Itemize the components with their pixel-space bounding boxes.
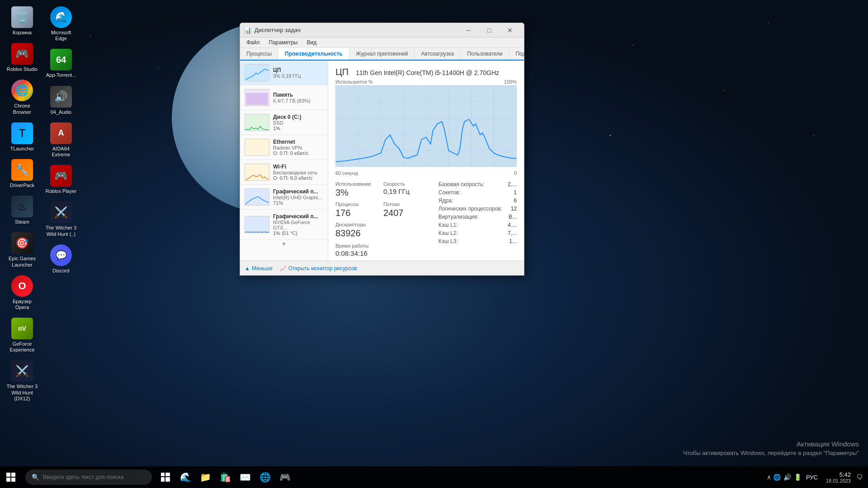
epic-games-label: Epic Games Launcher	[6, 256, 38, 267]
memory-name: Память	[273, 92, 323, 98]
desktop-icon-driverpack[interactable]: 🔧 DriverPack	[5, 157, 40, 190]
tray-overflow-button[interactable]: ∧	[767, 474, 771, 481]
sidebar-item-wifi[interactable]: Wi-Fi Беспроводная сеть О: 0 П: 8,0 кбит…	[240, 160, 328, 185]
wifi-name: Wi-Fi	[273, 164, 323, 170]
task-manager-title: Диспетчер задач	[255, 27, 458, 33]
svg-rect-24	[161, 473, 165, 476]
tray-language[interactable]: РУС	[803, 474, 821, 481]
cpu-name: ЦП	[273, 67, 323, 73]
notification-button[interactable]: 🗨	[856, 474, 863, 481]
usage-label: Использование	[335, 181, 382, 187]
monitor-icon: 📈	[280, 265, 287, 272]
sidebar-scroll-down[interactable]: ▼	[240, 240, 328, 248]
minimize-button[interactable]: ─	[458, 23, 479, 38]
clock-date: 18.01.2023	[826, 478, 851, 483]
taskbar-app-unknown2[interactable]: 🎮	[275, 467, 295, 487]
sidebar-item-memory[interactable]: Память 6,4/7,7 ГБ (83%)	[240, 85, 328, 110]
chart-x-right: 0	[514, 170, 517, 176]
desktop-icon-audio[interactable]: 🔊 04_Audio	[43, 84, 79, 117]
start-button[interactable]	[0, 466, 22, 488]
chrome-label: Chrone Browser	[6, 103, 38, 115]
desktop-icon-opera[interactable]: O Браузер Opera	[5, 273, 40, 312]
sidebar-item-disk[interactable]: Диск 0 (С:) SSD 1%	[240, 110, 328, 135]
svg-rect-20	[6, 473, 10, 477]
tab-users[interactable]: Пользователи	[461, 48, 509, 60]
unknown2-taskbar-icon: 🎮	[279, 472, 291, 483]
gpu1-name: Графический п...	[273, 188, 323, 195]
desktop-icon-aida64[interactable]: A AIDA64 Extreme	[43, 121, 79, 160]
gpu1-mini-graph	[245, 188, 269, 206]
disk-name: Диск 0 (С:)	[273, 114, 323, 120]
sidebar-item-gpu2[interactable]: Графический п... NVIDIA GeForce GTX... 1…	[240, 210, 328, 240]
geforce-label: GeForce Experience	[6, 341, 38, 353]
processes-label: Процессы	[335, 202, 382, 207]
taskbar-app-explorer[interactable]: 📁	[195, 467, 215, 487]
tab-processes[interactable]: Процессы	[240, 48, 278, 60]
taskbar-app-mail[interactable]: ✉️	[235, 467, 255, 487]
sidebar-item-gpu1[interactable]: Графический п... Intel(R) UHD Graphi... …	[240, 185, 328, 210]
wifi-value: О: 0 П: 8,0 кбит/с	[273, 175, 323, 181]
logical-key: Логических процессоров:	[439, 206, 502, 212]
menu-view[interactable]: Вид	[302, 38, 321, 47]
desktop-icon-ms-edge[interactable]: 🌊 Microsoft Edge	[43, 5, 79, 43]
sidebar-item-ethernet[interactable]: Ethernet Radmin VPN О: 0 П: 0 кбит/с	[240, 135, 328, 160]
desktop-icon-apptorrent[interactable]: 64 App-Torrent...	[43, 47, 79, 80]
chart-x-label: 60 секунд	[335, 170, 358, 176]
info-cache-l1: Кэш L1: 4....	[439, 222, 517, 228]
menu-params[interactable]: Параметры	[264, 38, 302, 47]
tab-performance[interactable]: Производительность	[278, 48, 349, 61]
desktop-icon-geforce[interactable]: nV GeForce Experience	[5, 316, 40, 355]
maximize-button[interactable]: □	[479, 23, 500, 38]
desktop-icon-discord[interactable]: 💬 Discord	[43, 243, 79, 276]
tab-startup[interactable]: Автозагрузка	[415, 48, 461, 60]
tray-icons: 🌐 🔊 🔋	[773, 474, 802, 481]
base-speed-val: 2,...	[508, 181, 517, 188]
open-resource-monitor-button[interactable]: 📈 Открыть монитор ресурсов	[280, 265, 357, 272]
tray-battery-icon[interactable]: 🔋	[794, 474, 802, 481]
tab-app-history[interactable]: Журнал приложений	[349, 48, 415, 60]
opera-label: Браузер Opera	[6, 299, 38, 310]
desktop-icon-roblox-studio[interactable]: 🎮 Roblox Studio	[5, 41, 40, 74]
close-button[interactable]: ✕	[500, 23, 520, 38]
system-clock[interactable]: 5:42 18.01.2023	[822, 471, 854, 483]
witcher2-icon: ⚔️	[50, 202, 72, 223]
desktop-icon-recycle-bin[interactable]: 🗑️ Корзина	[5, 5, 40, 38]
gpu1-value: 71%	[273, 200, 323, 206]
desktop-icon-chrome[interactable]: 🌐 Chrone Browser	[5, 78, 40, 117]
tray-volume-icon[interactable]: 🔊	[783, 474, 791, 481]
windows-logo-icon	[6, 473, 15, 482]
menu-file[interactable]: Файл	[242, 38, 264, 47]
desktop-icon-witcher[interactable]: ⚔️ The Witcher 3 Wild Hunt (DX12)	[5, 358, 40, 404]
ethernet-info: Ethernet Radmin VPN О: 0 П: 0 кбит/с	[273, 139, 323, 156]
less-icon: ▲	[245, 265, 250, 272]
desktop-icon-steam[interactable]: ♨ Steam	[5, 194, 40, 227]
wifi-sub: Беспроводная сеть	[273, 170, 323, 175]
memory-mini-graph	[245, 89, 269, 106]
desktop-icon-roblox-player[interactable]: 🎮 Roblox Player	[43, 163, 79, 196]
tab-details[interactable]: Подробности	[509, 48, 524, 60]
cache-l1-key: Кэш L1:	[439, 222, 458, 228]
svg-rect-3	[245, 114, 269, 131]
audio-label: 04_Audio	[51, 109, 72, 115]
taskbar-app-store[interactable]: 🛍️	[215, 467, 235, 487]
recycle-bin-icon: 🗑️	[11, 6, 33, 28]
opera-icon: O	[11, 275, 33, 297]
taskbar-search[interactable]: 🔍	[25, 469, 152, 485]
task-manager-icon: 📊	[244, 27, 251, 34]
taskbar-app-unknown1[interactable]: 🌐	[255, 467, 275, 487]
taskbar-task-view[interactable]	[156, 467, 175, 487]
taskbar-app-edge[interactable]: 🌊	[175, 467, 195, 487]
desktop-icon-tlauncher[interactable]: T TLauncher	[5, 121, 40, 154]
sidebar-item-cpu[interactable]: ЦП 3% 0,19 ГГц	[240, 61, 328, 85]
desktop-icon-witcher2[interactable]: ⚔️ The Witcher 3 Wild Hunt (..)	[43, 200, 79, 239]
gpu2-mini-graph	[245, 216, 269, 233]
desktop-icon-epic-games[interactable]: 🎯 Epic Games Launcher	[5, 230, 40, 269]
svg-rect-2	[246, 93, 268, 105]
aida64-icon: A	[50, 122, 72, 144]
search-input[interactable]	[43, 474, 146, 480]
cpu-chart	[335, 85, 517, 167]
info-logical: Логических процессоров: 12	[439, 206, 517, 212]
cache-l2-val: 7,...	[508, 230, 517, 236]
tray-network-icon[interactable]: 🌐	[773, 474, 781, 481]
less-button[interactable]: ▲ Меньше	[245, 265, 273, 272]
